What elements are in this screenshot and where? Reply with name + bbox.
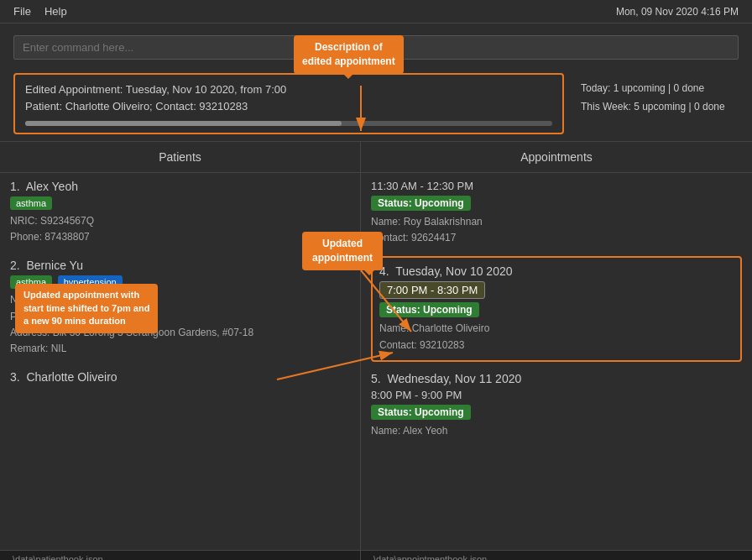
stats-box: Today: 1 upcoming | 0 done This Week: 5 … (571, 73, 739, 134)
appt-time: 11:30 AM - 12:30 PM (371, 180, 742, 192)
patients-footer: .\data\patientbook.json (0, 550, 360, 560)
edited-appt-box: Edited Appointment: Tuesday, Nov 10 2020… (13, 73, 564, 134)
shift-info-tooltip: Updated appointment withstart time shift… (15, 284, 158, 332)
patient-item: 3. Charlotte Oliveiro (10, 370, 350, 384)
edited-appt-line2: Patient: Charlotte Oliveiro; Contact: 93… (25, 98, 552, 115)
tag-asthma: asthma (10, 196, 52, 210)
patient-item: 2. Bernice Yu asthma hypertension NRIC: … (10, 259, 350, 357)
datetime-display: Mon, 09 Nov 2020 4:16 PM (616, 6, 739, 18)
appt-date: 4. Tuesday, Nov 10 2020 (379, 264, 734, 278)
patient-name: 1. Alex Yeoh (10, 180, 350, 193)
appointments-panel: Appointments 11:30 AM - 12:30 PM Status:… (361, 142, 752, 560)
menu-items: File Help (13, 5, 67, 18)
patients-list: 1. Alex Yeoh asthma NRIC: S9234567Q Phon… (0, 173, 360, 550)
menu-file[interactable]: File (13, 5, 31, 18)
stats-week: This Week: 5 upcoming | 0 done (581, 98, 728, 117)
appointments-footer: .\data\appointmentbook.json (361, 550, 752, 560)
status-badge: Status: Upcoming (371, 405, 471, 420)
info-row: Edited Appointment: Tuesday, Nov 10 2020… (0, 66, 752, 142)
menu-help[interactable]: Help (44, 5, 67, 18)
menu-bar: File Help Mon, 09 Nov 2020 4:16 PM (0, 0, 752, 24)
main-content: Patients 1. Alex Yeoh asthma NRIC: S9234… (0, 142, 752, 560)
status-badge: Status: Upcoming (371, 196, 471, 211)
appt-date: 5. Wednesday, Nov 11 2020 (371, 372, 742, 385)
appt-time: 8:00 PM - 9:00 PM (371, 389, 742, 401)
appt-details: Name: Alex Yeoh (371, 423, 742, 439)
patient-name: 3. Charlotte Oliveiro (10, 370, 350, 384)
appt-details: Name: Roy Balakrishnan Contact: 92624417 (371, 214, 742, 246)
command-area (0, 24, 752, 66)
appt-highlighted: 4. Tuesday, Nov 10 2020 7:00 PM - 8:30 P… (371, 256, 742, 361)
patient-details: NRIC: S9234567Q Phone: 87438807 (10, 213, 350, 245)
patients-panel: Patients 1. Alex Yeoh asthma NRIC: S9234… (0, 142, 361, 560)
stats-today: Today: 1 upcoming | 0 done (581, 80, 728, 98)
command-input[interactable] (13, 35, 739, 60)
appointments-panel-title: Appointments (361, 142, 752, 173)
patients-panel-title: Patients (0, 142, 360, 173)
appt-time-highlight: 7:00 PM - 8:30 PM (379, 281, 485, 299)
appt-item: 5. Wednesday, Nov 11 2020 8:00 PM - 9:00… (371, 372, 742, 439)
patient-item: 1. Alex Yeoh asthma NRIC: S9234567Q Phon… (10, 180, 350, 245)
appt-details: Name: Charlotte Oliveiro Contact: 932102… (379, 321, 734, 353)
patient-name: 2. Bernice Yu (10, 259, 350, 272)
edited-appt-line1: Edited Appointment: Tuesday, Nov 10 2020… (25, 81, 552, 98)
appointments-list: 11:30 AM - 12:30 PM Status: Upcoming Nam… (361, 173, 752, 550)
status-badge: Status: Upcoming (379, 302, 479, 317)
appt-item: 11:30 AM - 12:30 PM Status: Upcoming Nam… (371, 180, 742, 246)
